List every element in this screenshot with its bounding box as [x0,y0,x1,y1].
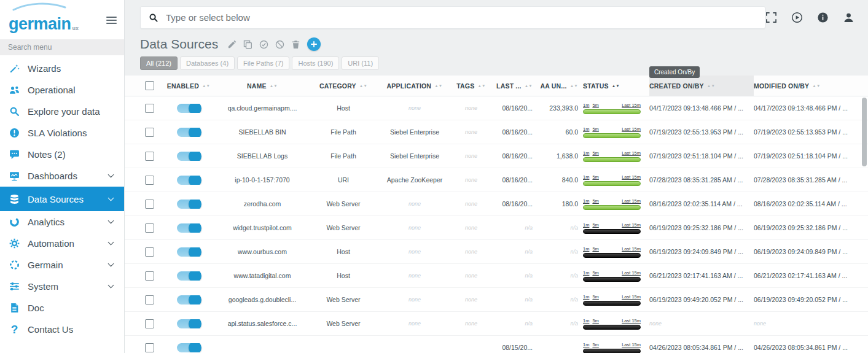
status-link-5m[interactable]: 5m [592,174,598,180]
sort-icon[interactable]: ▲▼ [359,84,367,87]
scrollbar-thumb[interactable] [862,98,867,166]
status-link-5m[interactable]: 5m [592,126,598,132]
status-link-1m[interactable]: 1m [583,150,589,156]
copy-icon[interactable] [243,40,252,49]
row-checkbox[interactable] [145,104,154,113]
table-row[interactable]: widget.trustpilot.com Web Server none no… [125,216,868,240]
row-checkbox[interactable] [145,271,154,281]
sidebar-item-wizards[interactable]: Wizards [0,58,124,79]
status-link-last15m[interactable]: Last 15m [622,294,641,300]
sidebar-item-data-sources[interactable]: Data Sources [0,187,124,211]
sidebar-item-operational[interactable]: Operational [0,79,124,101]
column-header-created[interactable]: CREATED ON/BY▲▼ [649,76,754,96]
status-link-1m[interactable]: 1m [583,222,589,228]
row-checkbox[interactable] [145,223,154,233]
sort-icon[interactable]: ▲▼ [812,84,820,87]
row-checkbox[interactable] [145,200,154,209]
play-circle-icon[interactable] [791,12,803,23]
table-row[interactable]: 08/15/20... 1m 5m Last 15m 04/26/2023 08… [125,336,868,353]
column-header-name[interactable]: NAME▲▼ [216,76,309,96]
column-header-category[interactable]: CATEGORY▲▼ [309,76,378,96]
row-checkbox[interactable] [145,247,154,257]
enabled-toggle[interactable] [177,247,200,257]
row-checkbox[interactable] [145,319,154,328]
status-link-1m[interactable]: 1m [583,246,589,252]
info-icon[interactable] [817,12,829,23]
status-link-5m[interactable]: 5m [592,318,598,324]
status-link-last15m[interactable]: Last 15m [622,222,641,228]
enabled-toggle[interactable] [177,104,200,113]
enabled-toggle[interactable] [177,128,200,137]
global-search[interactable] [140,6,765,29]
status-link-last15m[interactable]: Last 15m [622,318,641,324]
status-link-last15m[interactable]: Last 15m [622,198,641,204]
enabled-toggle[interactable] [177,176,200,185]
column-header-status[interactable]: STATUS▲▼ [583,76,649,96]
add-button[interactable] [307,37,321,51]
status-link-last15m[interactable]: Last 15m [622,342,641,347]
column-header-last[interactable]: LAST ...▲▼ [491,76,538,96]
table-scrollbar[interactable] [862,98,867,351]
hamburger-menu-icon[interactable] [106,15,117,26]
tab[interactable]: Hosts (190) [292,56,339,70]
sort-icon[interactable]: ▲▼ [525,84,533,87]
status-link-5m[interactable]: 5m [592,294,598,300]
status-link-1m[interactable]: 1m [583,342,589,347]
status-link-last15m[interactable]: Last 15m [622,103,641,108]
status-link-5m[interactable]: 5m [592,150,598,156]
sort-icon[interactable]: ▲▼ [707,84,715,87]
table-row[interactable]: www.tatadigital.com Host none none n/a n… [125,264,868,288]
row-checkbox[interactable] [145,176,154,185]
enabled-toggle[interactable] [177,271,200,281]
status-link-1m[interactable]: 1m [583,270,589,276]
column-header-enabled[interactable]: ENABLED▲▼ [162,76,216,96]
status-link-last15m[interactable]: Last 15m [622,174,641,180]
table-row[interactable]: SIEBELLAB Logs File Path Siebel Enterpri… [125,144,868,168]
status-link-last15m[interactable]: Last 15m [622,270,641,276]
enabled-toggle[interactable] [177,152,200,161]
status-link-1m[interactable]: 1m [583,198,589,204]
select-all-checkbox[interactable] [145,81,154,90]
table-row[interactable]: SIEBELLAB BIN File Path Siebel Enterpris… [125,120,868,144]
sort-icon[interactable]: ▲▼ [270,84,278,87]
sidebar-item-sla-violations[interactable]: SLA Violations [0,122,124,144]
column-header-aa[interactable]: AA UN...▲▼ [538,76,583,96]
sidebar-item-contact-us[interactable]: ? Contact Us [0,319,124,340]
check-circle-icon[interactable] [259,40,268,49]
sort-icon[interactable]: ▲▼ [477,84,485,87]
status-link-5m[interactable]: 5m [592,103,598,108]
user-icon[interactable] [843,12,854,23]
ban-icon[interactable] [275,40,284,49]
row-checkbox[interactable] [145,128,154,137]
enabled-toggle[interactable] [177,200,200,209]
fullscreen-icon[interactable] [765,12,777,23]
sidebar-item-analytics[interactable]: Analytics [0,211,124,233]
column-header-modified[interactable]: MODIFIED ON/BY▲▼ [754,76,859,96]
status-link-5m[interactable]: 5m [592,222,598,228]
global-search-input[interactable] [166,12,757,23]
sidebar-item-germain[interactable]: Germain [0,254,124,276]
table-row[interactable]: www.ourbus.com Host none none n/a n/a 1m… [125,240,868,264]
trash-icon[interactable] [291,40,300,49]
sort-icon[interactable]: ▲▼ [434,84,442,87]
sort-icon[interactable]: ▲▼ [570,84,578,87]
enabled-toggle[interactable] [177,295,200,305]
status-link-5m[interactable]: 5m [592,270,598,276]
tab[interactable]: URI (11) [342,56,379,70]
tab[interactable]: Databases (4) [180,56,235,70]
table-row[interactable]: qa.cloud.germainapm.... Host none none 0… [125,96,868,120]
table-row[interactable]: zerodha.com Web Server none none 08/16/2… [125,192,868,216]
column-header-tags[interactable]: TAGS▲▼ [452,76,491,96]
status-link-1m[interactable]: 1m [583,294,589,300]
tab[interactable]: File Paths (7) [237,56,289,70]
column-header-application[interactable]: APPLICATION▲▼ [378,76,452,96]
enabled-toggle[interactable] [177,223,200,233]
sort-icon-active[interactable]: ▲▼ [612,84,620,87]
sidebar-item-dashboards[interactable]: Dashboards [0,165,124,187]
sort-icon[interactable]: ▲▼ [202,84,210,87]
status-link-5m[interactable]: 5m [592,246,598,252]
status-link-1m[interactable]: 1m [583,174,589,180]
edit-icon[interactable] [227,40,237,49]
sidebar-item-automation[interactable]: Automation [0,233,124,254]
status-link-1m[interactable]: 1m [583,318,589,324]
